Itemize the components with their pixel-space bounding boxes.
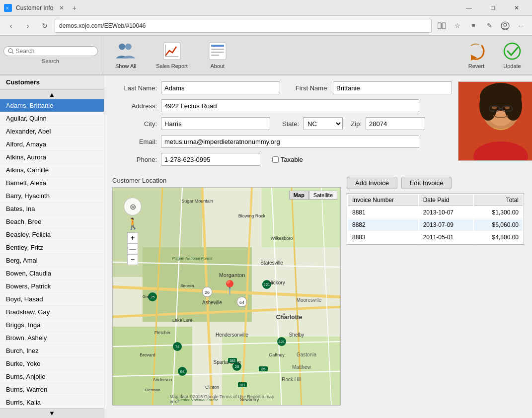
refresh-btn[interactable]: ↻ <box>38 19 52 33</box>
add-invoice-btn[interactable]: Add Invoice <box>347 177 397 189</box>
state-label: State: <box>274 120 299 128</box>
email-row: Email: <box>112 135 452 148</box>
map-compass: ⊕ <box>124 198 142 215</box>
svg-text:321: 321 <box>278 340 285 344</box>
update-icon <box>502 41 522 61</box>
forward-btn[interactable]: › <box>21 19 35 33</box>
svg-text:Brevard: Brevard <box>140 352 155 357</box>
svg-text:385: 385 <box>229 359 235 362</box>
sidebar-item[interactable]: Bates, Ina <box>0 203 104 215</box>
sidebar-item[interactable]: Boyd, Hasad <box>0 293 104 306</box>
favorites-btn[interactable]: ☆ <box>451 19 464 33</box>
svg-text:26: 26 <box>205 290 210 295</box>
sidebar-item[interactable]: Adams, Brittanie <box>0 99 104 112</box>
map-zoom-out[interactable]: − <box>127 254 138 265</box>
sidebar-item[interactable]: Beach, Bree <box>0 215 104 228</box>
back-btn[interactable]: ‹ <box>4 19 18 33</box>
invoice-total: $4,800.00 <box>474 232 523 243</box>
last-name-input[interactable] <box>161 81 280 94</box>
sidebar-item[interactable]: Burch, Inez <box>0 345 104 357</box>
sidebar-item[interactable]: Atkins, Camille <box>0 164 104 177</box>
app-title: Customer Info <box>16 4 53 11</box>
invoice-row[interactable]: 8883 2011-05-01 $4,800.00 <box>348 232 523 243</box>
sales-report-icon <box>162 41 182 61</box>
sidebar-item[interactable]: Barry, Hyacinth <box>0 190 104 203</box>
tab-close-btn[interactable]: ✕ <box>59 4 64 11</box>
map-attribution: Map data ©2015 Google Terms of Use Repor… <box>170 394 284 404</box>
taxable-wrap: Taxable <box>272 156 303 163</box>
maximize-btn[interactable]: □ <box>481 0 504 16</box>
invoice-row[interactable]: 8881 2013-10-07 $1,300.00 <box>348 207 523 218</box>
invoice-number: 8881 <box>348 207 418 218</box>
svg-text:Sugar Mountain: Sugar Mountain <box>181 199 213 204</box>
more-btn[interactable]: ··· <box>514 19 528 33</box>
map-person-icon[interactable]: 🚶 <box>126 217 140 230</box>
sidebar-scroll-up[interactable]: ▲ <box>0 89 104 99</box>
revert-label: Revert <box>468 63 484 69</box>
sidebar-item[interactable]: Bowers, Patrick <box>0 280 104 293</box>
sidebar-scroll-down[interactable]: ▼ <box>0 408 104 418</box>
address-input[interactable] <box>161 99 419 112</box>
sidebar-item[interactable]: Brown, Ashely <box>0 332 104 345</box>
edit-btn[interactable]: ✎ <box>482 19 496 33</box>
sidebar-item[interactable]: Burns, Anjolie <box>0 370 104 383</box>
svg-point-19 <box>504 43 520 59</box>
city-input[interactable] <box>161 117 270 130</box>
sidebar-item[interactable]: Burns, Warren <box>0 383 104 396</box>
url-bar[interactable]: demos.xojo.com/EEWeb/#10046 <box>55 19 432 33</box>
satellite-view-btn[interactable]: Satellite <box>309 191 337 200</box>
sidebar-item[interactable]: Burke, Yoko <box>0 357 104 370</box>
sidebar-item[interactable]: Burris, Kalia <box>0 396 104 408</box>
sidebar-item[interactable]: Atkins, Aurora <box>0 151 104 164</box>
sidebar-item[interactable]: Alford, Amaya <box>0 138 104 151</box>
search-input[interactable] <box>16 48 93 55</box>
svg-text:Shelby: Shelby <box>289 332 304 338</box>
taxable-label: Taxable <box>281 156 303 163</box>
svg-rect-2 <box>438 23 441 29</box>
sidebar-item[interactable]: Bradshaw, Gay <box>0 306 104 319</box>
update-btn[interactable]: Update <box>496 39 528 71</box>
invoice-col-number: Invoice Number <box>348 195 418 206</box>
phone-input[interactable] <box>161 153 260 166</box>
svg-text:Hendersonville: Hendersonville <box>216 332 249 338</box>
sidebar-item[interactable]: Alexander, Abel <box>0 125 104 138</box>
sales-report-btn[interactable]: Sales Report <box>148 39 196 71</box>
map-section: Customer Location <box>112 177 341 406</box>
search-wrap[interactable] <box>3 46 98 56</box>
edit-invoice-btn[interactable]: Edit Invoice <box>401 177 452 189</box>
sidebar-item[interactable]: Briggs, Inga <box>0 319 104 332</box>
map-container[interactable]: 26 64 221 25 74 321 26 64 <box>112 187 341 406</box>
sidebar-item[interactable]: Berg, Amal <box>0 254 104 267</box>
profile-btn[interactable] <box>498 19 512 33</box>
map-view-btn[interactable]: Map <box>289 191 309 200</box>
search-label: Search <box>42 58 59 64</box>
reading-mode-btn[interactable] <box>435 19 449 33</box>
invoice-row[interactable]: 8882 2013-07-09 $6,060.00 <box>348 219 523 231</box>
sidebar-item[interactable]: Bowen, Claudia <box>0 267 104 280</box>
show-all-btn[interactable]: Show All <box>107 39 144 71</box>
taxable-checkbox[interactable] <box>272 156 279 163</box>
svg-rect-15 <box>211 49 224 50</box>
sidebar-item[interactable]: Bentley, Fritz <box>0 241 104 254</box>
close-btn[interactable]: ✕ <box>505 0 528 16</box>
new-tab-btn[interactable]: + <box>72 4 76 12</box>
sidebar-item[interactable]: Barnett, Alexa <box>0 177 104 190</box>
about-btn[interactable]: About <box>200 39 235 71</box>
minimize-btn[interactable]: — <box>457 0 480 16</box>
svg-rect-3 <box>442 23 446 29</box>
url-text: demos.xojo.com/EEWeb/#10046 <box>59 22 146 29</box>
svg-text:Gaffney: Gaffney <box>269 352 285 357</box>
invoice-total: $6,060.00 <box>474 219 523 231</box>
map-zoom-in[interactable]: + <box>127 232 138 243</box>
map-location-pin: 📍 <box>221 279 238 296</box>
revert-btn[interactable]: Revert <box>460 39 492 71</box>
state-select[interactable]: NC <box>303 117 343 130</box>
first-name-input[interactable] <box>333 81 452 94</box>
zip-input[interactable] <box>366 117 425 130</box>
sidebar-item[interactable]: Beasley, Felicia <box>0 228 104 241</box>
settings-btn[interactable]: ≡ <box>466 19 480 33</box>
sidebar-item[interactable]: Aguilar, Quinn <box>0 112 104 125</box>
invoice-table: Invoice Number Date Paid Total 8881 2013… <box>347 193 524 245</box>
email-input[interactable] <box>161 135 419 148</box>
city-label: City: <box>112 120 157 128</box>
